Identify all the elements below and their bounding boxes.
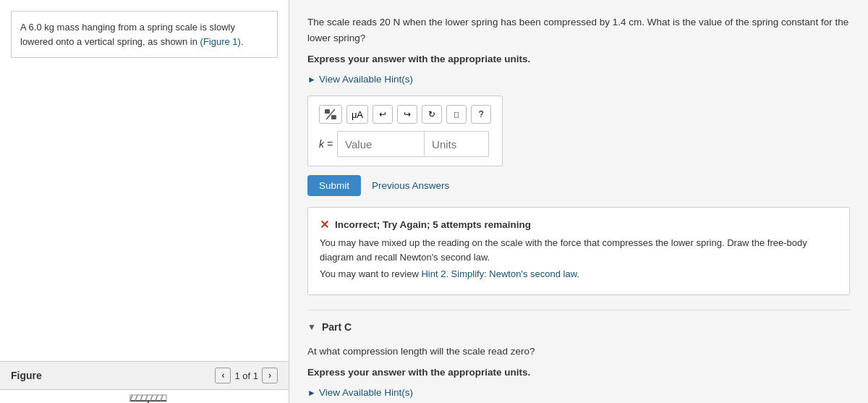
undo-button-b[interactable]: ↩	[373, 105, 393, 124]
error-title: Incorrect; Try Again; 5 attempts remaini…	[335, 219, 531, 230]
figure-page: 1 of 1	[234, 370, 258, 381]
hint-link-partb[interactable]: ► View Available Hint(s)	[307, 74, 413, 85]
figure-next-button[interactable]: ›	[262, 368, 278, 383]
help-button-b[interactable]: ?	[471, 105, 491, 124]
figure-area: Figure ‹ 1 of 1 ›	[0, 361, 289, 403]
value-input-partb[interactable]	[337, 131, 424, 157]
toolbar-partb: μA ↩ ↪ ↻ ⎕ ?	[319, 105, 491, 124]
express-answer-text-partc: Express your answer with the appropriate…	[307, 365, 850, 381]
figure-header: Figure ‹ 1 of 1 ›	[0, 361, 289, 390]
error-text-1: You may have mixed up the reading on the…	[320, 236, 838, 264]
input-label-partb: k =	[319, 138, 333, 150]
hint2-link[interactable]: Hint 2. Simplify: Newton's second law.	[421, 268, 579, 279]
error-icon: ✕	[320, 218, 329, 232]
figure-link[interactable]: (Figure 1)	[200, 36, 241, 47]
svg-line-8	[161, 395, 163, 401]
submit-row-partb: Submit Previous Answers	[307, 175, 850, 196]
divider	[307, 310, 850, 310]
figure-content: Scale	[0, 390, 289, 403]
redo-button-b[interactable]: ↪	[397, 105, 417, 124]
prev-answers-link[interactable]: Previous Answers	[372, 180, 449, 191]
svg-rect-29	[325, 109, 330, 114]
section-arrow-icon: ▼	[307, 322, 316, 332]
hint-link-partc[interactable]: ► View Available Hint(s)	[307, 387, 413, 398]
units-input-partb[interactable]	[424, 131, 489, 157]
figure-prev-button[interactable]: ‹	[215, 368, 231, 383]
hint-arrow-icon-c: ►	[307, 388, 316, 398]
section-title-partc: Part C	[322, 321, 352, 333]
input-row-partb: k =	[319, 131, 491, 157]
answer-box-partb: μA ↩ ↪ ↻ ⎕ ? k =	[307, 96, 503, 166]
svg-rect-30	[331, 115, 336, 119]
mu-button-b[interactable]: μA	[346, 105, 368, 124]
problem-text-box: A 6.0 kg mass hanging from a spring scal…	[11, 11, 278, 58]
section-header-partc[interactable]: ▼ Part C	[307, 321, 850, 333]
error-text-2: You may want to review Hint 2. Simplify:…	[320, 267, 838, 281]
right-panel: The scale reads 20 N when the lower spri…	[289, 0, 868, 403]
keyboard-button-b[interactable]: ⎕	[446, 105, 467, 124]
figure-drawing: Scale	[72, 394, 217, 403]
submit-button-partb[interactable]: Submit	[307, 175, 361, 196]
hint-arrow-icon: ►	[307, 75, 316, 85]
left-panel: A 6.0 kg mass hanging from a spring scal…	[0, 0, 289, 403]
mu-icon: μA	[352, 109, 363, 120]
question-text-partc: At what compression length will the scal…	[307, 344, 850, 360]
figure-title: Figure	[11, 370, 42, 381]
figure-nav: ‹ 1 of 1 ›	[215, 368, 278, 383]
error-box: ✕ Incorrect; Try Again; 5 attempts remai…	[307, 207, 850, 295]
svg-line-6	[150, 395, 153, 401]
error-header: ✕ Incorrect; Try Again; 5 attempts remai…	[320, 218, 838, 232]
reset-button-b[interactable]: ↻	[422, 105, 442, 124]
svg-line-3	[135, 395, 137, 401]
express-answer-text: Express your answer with the appropriate…	[307, 51, 850, 67]
hint-link-text: View Available Hint(s)	[319, 74, 413, 85]
svg-line-5	[145, 395, 148, 401]
svg-line-4	[140, 395, 142, 401]
hint-link-text-c: View Available Hint(s)	[319, 387, 413, 398]
svg-line-7	[156, 395, 158, 401]
fraction-button-b[interactable]	[319, 105, 342, 124]
question-text: The scale reads 20 N when the lower spri…	[307, 14, 850, 46]
